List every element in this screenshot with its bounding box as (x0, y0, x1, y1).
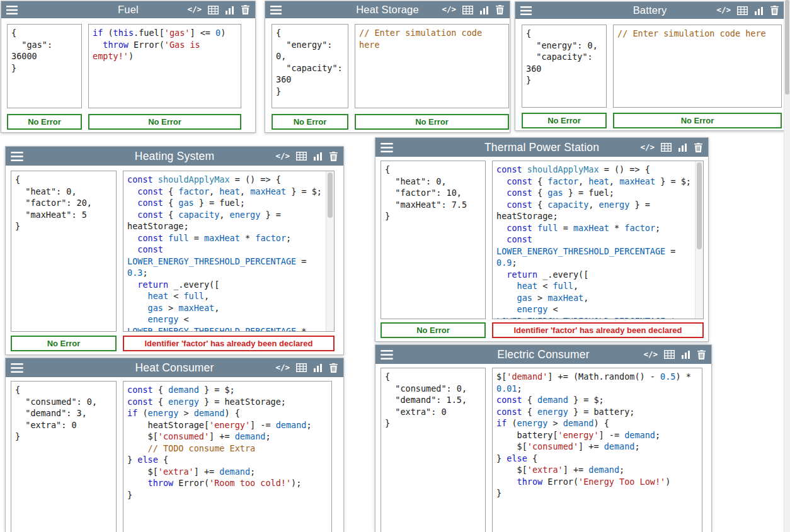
hamburger-menu-icon[interactable] (270, 6, 282, 14)
panel-thermal-power-station: Thermal Power Station </> { "heat": 0, "… (375, 137, 709, 342)
chart-view-icon[interactable] (681, 350, 691, 359)
code-editor[interactable]: const shouldApplyMax = () => { const { f… (492, 161, 704, 319)
code-status-badge: No Error (355, 114, 509, 130)
scrollbar-thumb[interactable] (328, 173, 333, 218)
hamburger-menu-icon[interactable] (381, 143, 393, 152)
code-status-badge: No Error (88, 114, 241, 130)
code-view-icon[interactable]: </> (640, 144, 655, 152)
code-view-icon[interactable]: </> (442, 6, 456, 14)
page-scrollbar[interactable] (784, 0, 790, 532)
chart-view-icon[interactable] (313, 152, 323, 161)
table-view-icon[interactable] (296, 363, 307, 372)
state-json-editor[interactable]: { "heat": 0, "factor": 10, "maxHeat": 7.… (381, 161, 486, 319)
state-json-editor[interactable]: { "gas": 36000 } (7, 24, 82, 108)
hamburger-menu-icon[interactable] (11, 152, 23, 161)
code-status-badge: Identifier 'factor' has already been dec… (123, 336, 335, 351)
code-scrollbar[interactable] (695, 161, 703, 319)
panel-header: Electric Consumer </> (375, 345, 711, 364)
code-view-icon[interactable]: </> (187, 6, 202, 14)
hamburger-menu-icon[interactable] (11, 363, 23, 373)
code-editor[interactable]: $['demand'] += (Math.random() - 0.5) * 0… (492, 368, 702, 532)
hamburger-menu-icon[interactable] (381, 350, 393, 359)
scrollbar-thumb[interactable] (697, 162, 702, 249)
state-status-badge: No Error (11, 336, 117, 351)
state-status-badge: No Error (522, 113, 607, 128)
code-view-icon[interactable]: </> (643, 351, 658, 359)
state-json-editor[interactable]: { "energy": 0, "capacity": 360 } (272, 24, 348, 108)
state-status-badge: No Error (7, 114, 82, 130)
code-view-icon[interactable]: </> (275, 364, 290, 372)
panel-header: Fuel </> (1, 1, 255, 18)
code-editor[interactable]: const shouldApplyMax = () => { const { f… (123, 171, 335, 332)
chart-view-icon[interactable] (678, 143, 688, 152)
table-view-icon[interactable] (462, 6, 473, 14)
panel-header: Heat Consumer </> (6, 358, 343, 377)
code-view-icon[interactable]: </> (275, 152, 290, 161)
chart-view-icon[interactable] (754, 6, 764, 15)
panel-heat-consumer: Heat Consumer </> { "consumed": 0, "dema… (5, 358, 344, 532)
table-view-icon[interactable] (661, 143, 672, 152)
table-view-icon[interactable] (208, 6, 219, 14)
hamburger-menu-icon[interactable] (520, 6, 532, 15)
code-editor[interactable]: if (this.fuel['gas'] <= 0) throw Error('… (88, 24, 241, 108)
panel-electric-consumer: Electric Consumer </> { "consumed": 0, "… (375, 344, 712, 532)
state-status-badge: No Error (381, 322, 486, 338)
code-scrollbar[interactable] (326, 171, 334, 331)
panel-heating-system: Heating System </> { "heat": 0, "factor"… (5, 146, 344, 355)
trash-icon[interactable] (496, 5, 504, 14)
panel-header: Thermal Power Station </> (375, 138, 708, 157)
state-json-editor[interactable]: { "heat": 0, "factor": 20, "maxHeat": 5 … (11, 171, 117, 332)
table-view-icon[interactable] (664, 350, 675, 359)
trash-icon[interactable] (329, 363, 338, 373)
chart-view-icon[interactable] (313, 363, 323, 372)
trash-icon[interactable] (329, 152, 338, 161)
state-json-editor[interactable]: { "consumed": 0, "demand": 3, "extra": 0… (11, 381, 117, 532)
panel-header: Battery </> (515, 2, 784, 19)
page-scrollbar-thumb[interactable] (785, 0, 789, 94)
trash-icon[interactable] (241, 5, 249, 14)
panel-fuel: Fuel </> { "gas": 36000 } if (this.fuel[… (1, 1, 256, 133)
table-view-icon[interactable] (296, 152, 307, 161)
panel-header: Heating System </> (6, 147, 343, 166)
code-editor[interactable]: // Enter simulation code here (613, 25, 782, 108)
panel-battery: Battery </> { "energy": 0, "capacity": 3… (515, 1, 785, 131)
chart-view-icon[interactable] (479, 6, 489, 14)
panel-heat-storage: Heat Storage </> { "energy": 0, "capacit… (265, 1, 510, 133)
code-status-badge: Identifier 'factor' has already been dec… (492, 322, 704, 338)
code-view-icon[interactable]: </> (716, 6, 731, 14)
chart-view-icon[interactable] (225, 6, 235, 14)
trash-icon[interactable] (694, 143, 702, 152)
code-status-badge: No Error (613, 113, 782, 128)
table-view-icon[interactable] (737, 6, 748, 15)
simulation-dashboard: { "app": {"background": "#ffffff"}, "col… (0, 0, 790, 532)
state-status-badge: No Error (272, 114, 348, 130)
state-json-editor[interactable]: { "energy": 0, "capacity": 360 } (522, 25, 607, 108)
state-json-editor[interactable]: { "consumed": 0, "demand": 1.5, "extra":… (381, 368, 486, 532)
code-editor[interactable]: // Enter simulation code here (355, 24, 509, 108)
hamburger-menu-icon[interactable] (6, 6, 18, 14)
trash-icon[interactable] (697, 350, 706, 359)
code-editor[interactable]: const { demand } = $;const { energy } = … (123, 381, 332, 532)
panel-header: Heat Storage </> (265, 1, 510, 18)
trash-icon[interactable] (770, 6, 779, 15)
